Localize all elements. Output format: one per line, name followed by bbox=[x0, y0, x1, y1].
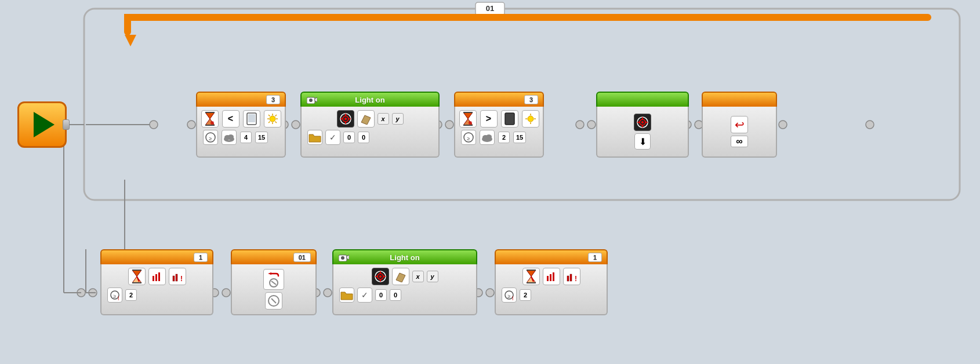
b-folder-icon bbox=[339, 287, 354, 303]
svg-rect-37 bbox=[248, 114, 255, 122]
svg-rect-120 bbox=[547, 276, 549, 281]
sun-icon-1 bbox=[264, 110, 281, 128]
b-reset-icon bbox=[265, 292, 282, 310]
btimer2-val: 2 bbox=[520, 289, 531, 301]
svg-marker-100 bbox=[268, 272, 271, 275]
display-block[interactable]: ⬇ bbox=[596, 92, 689, 158]
blight-x: 0 bbox=[375, 289, 387, 301]
bottom-timer-block-2[interactable]: 1 bbox=[495, 249, 608, 316]
play-icon bbox=[34, 112, 55, 137]
svg-rect-95 bbox=[176, 274, 177, 281]
svg-point-19 bbox=[89, 289, 97, 297]
svg-rect-91 bbox=[153, 276, 154, 281]
greater-than-icon: > bbox=[480, 110, 498, 128]
svg-rect-121 bbox=[550, 274, 551, 281]
b-target-icon bbox=[372, 268, 389, 285]
svg-marker-116 bbox=[527, 270, 536, 276]
svg-text:01: 01 bbox=[486, 4, 494, 13]
b-arrow-back-icon bbox=[263, 269, 284, 290]
svg-marker-115 bbox=[396, 273, 405, 282]
b-hourglass-icon-1 bbox=[128, 268, 146, 285]
y-label-1: y bbox=[392, 113, 404, 125]
svg-point-13 bbox=[587, 121, 596, 129]
baction-num: 01 bbox=[293, 253, 311, 262]
cloud-icon-2 bbox=[480, 130, 495, 145]
svg-line-45 bbox=[275, 115, 277, 117]
svg-rect-123 bbox=[567, 276, 569, 281]
b-bars-icon-2 bbox=[543, 268, 560, 285]
svg-point-54 bbox=[309, 99, 313, 102]
svg-text:|: | bbox=[512, 296, 513, 300]
bottom-action-block[interactable]: 01 bbox=[231, 249, 317, 316]
svg-marker-107 bbox=[347, 255, 349, 260]
tablet-icon-1 bbox=[243, 110, 260, 128]
timer-block-1[interactable]: 3 < bbox=[196, 92, 286, 158]
svg-point-110 bbox=[379, 275, 382, 278]
by-label: y bbox=[427, 271, 438, 282]
svg-text:≥: ≥ bbox=[508, 293, 511, 299]
svg-rect-92 bbox=[155, 274, 157, 281]
bx-label: x bbox=[412, 271, 424, 282]
svg-rect-1 bbox=[476, 2, 504, 15]
infinity-val: ∞ bbox=[731, 136, 747, 147]
svg-marker-63 bbox=[361, 115, 371, 125]
svg-rect-122 bbox=[553, 272, 554, 281]
b-sub-icon-1: ≥ | bbox=[107, 287, 122, 303]
light1-y: 0 bbox=[358, 132, 369, 143]
svg-text:!: ! bbox=[180, 275, 183, 282]
timer1-num: 3 bbox=[266, 95, 280, 104]
dark-square-icon bbox=[501, 110, 518, 128]
b-bars-icon-1 bbox=[148, 268, 166, 285]
svg-point-6 bbox=[150, 121, 158, 129]
light-block-1[interactable]: Light on bbox=[300, 92, 440, 158]
svg-point-38 bbox=[270, 116, 275, 122]
blight-y: 0 bbox=[390, 289, 401, 301]
svg-point-79 bbox=[486, 134, 492, 139]
svg-point-18 bbox=[77, 289, 85, 297]
timer1-val2: 15 bbox=[255, 132, 268, 143]
svg-point-9 bbox=[292, 121, 300, 129]
svg-line-104 bbox=[271, 299, 276, 303]
timer-sub-icon-2: ≥ bbox=[461, 130, 476, 145]
download-icon: ⬇ bbox=[634, 133, 651, 150]
svg-line-46 bbox=[268, 122, 270, 123]
svg-marker-55 bbox=[315, 97, 317, 102]
folder-icon-1 bbox=[307, 130, 322, 145]
svg-point-106 bbox=[341, 256, 344, 260]
svg-point-82 bbox=[641, 121, 644, 123]
cloud-icon-1: ~ bbox=[222, 130, 237, 145]
b-exclaim-icon-1: ! bbox=[169, 268, 186, 285]
svg-point-7 bbox=[187, 121, 195, 129]
play-block[interactable] bbox=[17, 101, 67, 148]
svg-point-16 bbox=[779, 121, 787, 129]
svg-text:≥: ≥ bbox=[467, 136, 470, 141]
check-icon-1: ✓ bbox=[325, 130, 340, 145]
timer2-val1: 2 bbox=[498, 132, 510, 143]
svg-point-21 bbox=[222, 289, 230, 297]
svg-rect-69 bbox=[505, 113, 514, 125]
timer-block-2[interactable]: 3 > bbox=[454, 92, 544, 158]
svg-marker-64 bbox=[463, 112, 473, 119]
bottom-light-block[interactable]: Light on bbox=[332, 249, 477, 316]
blight-label: Light on bbox=[390, 253, 419, 262]
svg-point-58 bbox=[344, 118, 347, 120]
target-icon-2 bbox=[634, 114, 651, 131]
less-than-icon-1: < bbox=[222, 110, 239, 128]
target-icon-1 bbox=[337, 110, 354, 128]
svg-text:≥: ≥ bbox=[209, 136, 212, 141]
bottom-timer-block-1[interactable]: 1 bbox=[100, 249, 213, 316]
light1-x: 0 bbox=[343, 132, 355, 143]
repeat-block[interactable]: ↩ ∞ bbox=[702, 92, 777, 158]
svg-text:!: ! bbox=[575, 275, 577, 282]
btimer1-num: 1 bbox=[194, 253, 208, 262]
timer2-num: 3 bbox=[524, 95, 538, 104]
hourglass-icon-1 bbox=[201, 110, 219, 128]
svg-text:≥: ≥ bbox=[114, 293, 117, 299]
svg-point-11 bbox=[445, 121, 453, 129]
arrow-back-icon: ↩ bbox=[731, 116, 748, 133]
sun-icon-2 bbox=[522, 110, 539, 128]
svg-rect-93 bbox=[158, 272, 160, 281]
light1-label: Light on bbox=[355, 96, 384, 104]
timer-sub-icon-1: ≥ bbox=[203, 130, 218, 145]
svg-rect-124 bbox=[570, 274, 572, 281]
